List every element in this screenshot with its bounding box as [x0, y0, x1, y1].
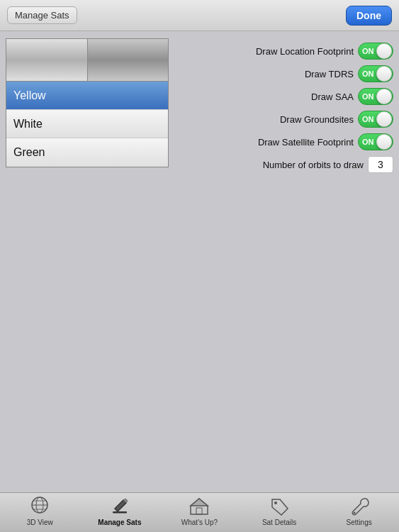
toggle-label-saa: ON: [362, 92, 374, 101]
swatch-gray[interactable]: [88, 39, 169, 81]
tab-settings[interactable]: Settings: [319, 493, 399, 532]
setting-row-sat-footprint: Draw Satellite Footprint ON: [176, 132, 393, 152]
house-icon: [189, 496, 210, 517]
toggle-location-footprint[interactable]: ON: [358, 43, 393, 60]
toggle-tdrs[interactable]: ON: [358, 65, 393, 82]
list-item-yellow[interactable]: Yellow: [6, 82, 168, 110]
orbits-input[interactable]: [368, 156, 393, 173]
tab-manage-sats-label: Manage Sats: [98, 519, 141, 526]
tab-whats-up[interactable]: What's Up?: [159, 493, 240, 532]
pencil-icon: [109, 496, 130, 517]
wrench-icon: [349, 496, 370, 517]
color-list: Yellow White Green: [6, 81, 169, 167]
toggle-label-location-footprint: ON: [362, 47, 374, 55]
label-tdrs: Draw TDRS: [305, 69, 354, 79]
toggle-thumb-saa: [376, 89, 392, 104]
tag-icon: [269, 496, 290, 517]
setting-row-location-footprint: Draw Location Footprint ON: [176, 41, 393, 61]
label-orbits: Number of orbits to draw: [263, 160, 364, 170]
globe-icon: [29, 496, 50, 517]
tab-sat-details-label: Sat Details: [262, 519, 296, 526]
toggle-label-groundsites: ON: [362, 115, 374, 123]
color-swatches-row: [6, 38, 169, 81]
toggle-groundsites[interactable]: ON: [358, 111, 393, 128]
list-item-green[interactable]: Green: [6, 138, 168, 167]
main-content: Yellow White Green Draw Location Footpri…: [0, 31, 399, 183]
svg-point-11: [274, 501, 277, 504]
svg-rect-10: [196, 508, 202, 514]
toggle-thumb-sat-footprint: [376, 134, 392, 150]
toggle-thumb-groundsites: [376, 111, 392, 127]
setting-row-orbits: Number of orbits to draw: [176, 155, 393, 174]
setting-row-tdrs: Draw TDRS ON: [176, 64, 393, 84]
svg-marker-6: [115, 500, 126, 511]
svg-rect-5: [113, 511, 127, 514]
color-picker-panel: Yellow White Green: [6, 38, 169, 176]
settings-panel: Draw Location Footprint ON Draw TDRS ON …: [176, 38, 393, 176]
top-bar: Manage Sats Done: [0, 0, 399, 31]
toggle-thumb-tdrs: [376, 66, 392, 82]
toggle-sat-footprint[interactable]: ON: [358, 133, 393, 150]
toggle-thumb-location-footprint: [376, 43, 392, 59]
label-saa: Draw SAA: [311, 92, 354, 102]
setting-row-saa: Draw SAA ON: [176, 87, 393, 106]
tab-sat-details[interactable]: Sat Details: [240, 493, 320, 532]
svg-point-12: [353, 512, 355, 514]
toggle-label-tdrs: ON: [362, 70, 374, 78]
tab-3d-view-label: 3D View: [27, 519, 53, 526]
svg-marker-9: [191, 499, 208, 506]
setting-row-groundsites: Draw Groundsites ON: [176, 109, 393, 129]
list-item-white[interactable]: White: [6, 110, 168, 138]
tab-manage-sats[interactable]: Manage Sats: [80, 493, 160, 532]
tab-whats-up-label: What's Up?: [181, 519, 218, 526]
label-location-footprint: Draw Location Footprint: [256, 46, 354, 57]
toggle-label-sat-footprint: ON: [362, 138, 374, 146]
toggle-saa[interactable]: ON: [358, 88, 393, 105]
done-button[interactable]: Done: [346, 6, 392, 26]
tab-3d-view[interactable]: 3D View: [0, 493, 80, 532]
manage-sats-button[interactable]: Manage Sats: [7, 6, 77, 24]
label-sat-footprint: Draw Satellite Footprint: [258, 137, 354, 148]
label-groundsites: Draw Groundsites: [280, 114, 354, 125]
swatch-silver[interactable]: [6, 39, 88, 81]
tab-settings-label: Settings: [347, 519, 372, 526]
tab-bar: 3D View Manage Sats What's Up? Sat Detai…: [0, 492, 399, 532]
